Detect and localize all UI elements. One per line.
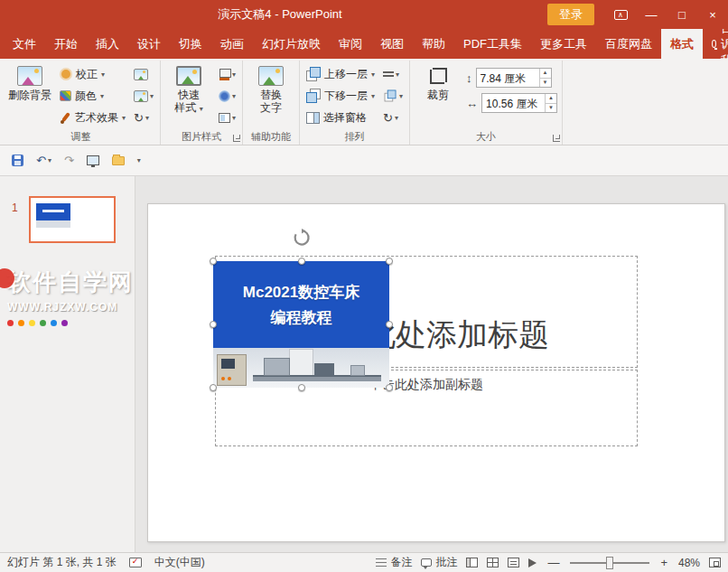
reset-picture-button[interactable]: ↻▾ bbox=[132, 108, 155, 127]
tab-design[interactable]: 设计 bbox=[128, 29, 170, 59]
shape-width-icon: ↔ bbox=[466, 98, 478, 109]
tab-review[interactable]: 审阅 bbox=[330, 29, 371, 59]
bring-forward-button[interactable]: 上移一层 ▾ bbox=[304, 64, 377, 84]
tab-home[interactable]: 开始 bbox=[45, 29, 87, 59]
maximize-button[interactable]: □ bbox=[667, 0, 697, 29]
send-backward-button[interactable]: 下移一层 ▾ bbox=[304, 86, 377, 106]
width-spinrow: ↔ 10.56 厘米 ▲ ▼ bbox=[466, 93, 557, 113]
selection-handle-e[interactable] bbox=[386, 321, 393, 328]
crop-button[interactable]: 裁剪 bbox=[415, 62, 462, 101]
group-label-accessibility: 辅助功能 bbox=[251, 130, 291, 144]
reading-view-button[interactable] bbox=[508, 558, 519, 567]
slideshow-view-button[interactable] bbox=[528, 558, 537, 567]
fit-to-window-button[interactable] bbox=[709, 558, 721, 567]
selection-handle-nw[interactable] bbox=[210, 258, 217, 265]
artistic-effects-button[interactable]: 艺术效果 ▾ bbox=[58, 108, 127, 127]
slideshow-play-icon bbox=[528, 558, 537, 567]
dialog-launcher-icon[interactable] bbox=[553, 135, 560, 142]
tab-more-tools[interactable]: 更多工具 bbox=[531, 29, 596, 59]
bring-forward-label: 上移一层 bbox=[324, 67, 368, 82]
zoom-percent[interactable]: 48% bbox=[678, 557, 700, 569]
picture-border-button[interactable]: ▾ bbox=[217, 64, 238, 84]
picture-border-icon bbox=[219, 69, 230, 80]
zoom-in-button[interactable]: + bbox=[658, 556, 669, 569]
close-button[interactable]: × bbox=[697, 0, 728, 29]
change-picture-button[interactable]: ▾ bbox=[132, 86, 155, 106]
quick-styles-button[interactable]: 快速 样式 ▾ bbox=[165, 62, 212, 116]
tab-insert[interactable]: 插入 bbox=[87, 29, 128, 59]
spellcheck-button[interactable] bbox=[129, 558, 142, 567]
slide-thumbnail[interactable] bbox=[29, 196, 116, 243]
redo-button[interactable]: ↷ bbox=[60, 152, 79, 169]
shape-height-value[interactable]: 7.84 厘米 bbox=[477, 69, 539, 87]
selection-handle-n[interactable] bbox=[298, 258, 305, 265]
width-spin-up-button[interactable]: ▲ bbox=[546, 94, 556, 104]
slide[interactable]: 单击此处添加标题 单击此处添加副标题 Mc2021数控车床 编程教程 bbox=[147, 203, 725, 542]
corrections-icon bbox=[61, 70, 70, 79]
start-slideshow-button[interactable] bbox=[82, 153, 104, 168]
slide-sorter-view-button[interactable] bbox=[487, 558, 499, 567]
tab-baidu-netdisk[interactable]: 百度网盘 bbox=[596, 29, 661, 59]
ribbon-display-options-button[interactable]: ∧ bbox=[605, 0, 636, 29]
rotation-arrow-icon bbox=[293, 229, 311, 247]
zoom-out-button[interactable]: — bbox=[546, 556, 561, 569]
rotation-handle[interactable] bbox=[293, 229, 311, 247]
notes-toggle-button[interactable]: 备注 bbox=[376, 555, 412, 570]
shape-height-field[interactable]: 7.84 厘米 ▲ ▼ bbox=[476, 68, 552, 88]
shape-width-value[interactable]: 10.56 厘米 bbox=[482, 94, 545, 112]
tab-picture-format[interactable]: 格式 bbox=[661, 29, 703, 59]
dialog-launcher-icon[interactable] bbox=[233, 135, 240, 142]
height-spin-down-button[interactable]: ▼ bbox=[540, 79, 551, 88]
selection-pane-icon bbox=[306, 112, 320, 124]
fit-to-window-icon bbox=[709, 558, 721, 567]
color-button[interactable]: 颜色 ▾ bbox=[58, 86, 127, 106]
tab-transitions[interactable]: 切换 bbox=[170, 29, 211, 59]
quick-access-toolbar: ↶▾ ↷ ▾ bbox=[0, 145, 728, 176]
language-button[interactable]: 中文(中国) bbox=[154, 555, 205, 570]
align-button[interactable]: ▾ bbox=[381, 64, 405, 84]
normal-view-button[interactable] bbox=[466, 558, 478, 567]
group-objects-button[interactable]: ▾ bbox=[381, 86, 405, 106]
rotate-button[interactable]: ↻▾ bbox=[381, 108, 405, 127]
chevron-down-icon: ▾ bbox=[232, 114, 236, 122]
save-button[interactable] bbox=[7, 152, 28, 169]
selection-pane-button[interactable]: 选择窗格 bbox=[304, 108, 377, 127]
selection-handle-s[interactable] bbox=[298, 384, 305, 391]
tab-pdf-tools[interactable]: PDF工具集 bbox=[454, 29, 531, 59]
delete-background-label: 删除背景 bbox=[8, 89, 51, 101]
zoom-slider[interactable] bbox=[570, 562, 649, 564]
tab-view[interactable]: 视图 bbox=[371, 29, 413, 59]
undo-button[interactable]: ↶▾ bbox=[32, 152, 56, 169]
corrections-button[interactable]: 校正 ▾ bbox=[58, 64, 127, 84]
minimize-button[interactable]: — bbox=[636, 0, 667, 29]
group-objects-icon bbox=[385, 90, 397, 102]
chevron-down-icon: ▾ bbox=[137, 156, 141, 164]
customize-qat-button[interactable]: ▾ bbox=[133, 154, 145, 167]
chevron-down-icon: ▾ bbox=[48, 156, 51, 164]
tab-help[interactable]: 帮助 bbox=[413, 29, 454, 59]
slide-picture[interactable]: Mc2021数控车床 编程教程 bbox=[213, 261, 389, 388]
height-spin-up-button[interactable]: ▲ bbox=[540, 69, 551, 79]
comments-toggle-button[interactable]: 批注 bbox=[421, 555, 457, 570]
workspace: 1 软件自学网 WWW.RJZXW.COM bbox=[0, 176, 728, 552]
selection-handle-w[interactable] bbox=[210, 321, 217, 328]
tab-slideshow[interactable]: 幻灯片放映 bbox=[253, 29, 330, 59]
width-spin-down-button[interactable]: ▼ bbox=[546, 104, 556, 113]
shape-width-field[interactable]: 10.56 厘米 ▲ ▼ bbox=[481, 93, 557, 113]
delete-background-button[interactable]: 删除背景 bbox=[6, 62, 53, 101]
watermark-url: WWW.RJZXW.COM bbox=[7, 301, 134, 314]
alt-text-button[interactable]: 替换 文字 bbox=[247, 62, 294, 114]
tab-file[interactable]: 文件 bbox=[4, 29, 45, 59]
cnc-cabinet-shape bbox=[217, 354, 247, 386]
selection-handle-se[interactable] bbox=[386, 384, 393, 391]
tellme-button[interactable]: 告诉我 bbox=[703, 29, 728, 59]
zoom-slider-thumb[interactable] bbox=[606, 557, 613, 569]
picture-effects-button[interactable]: ▾ bbox=[217, 86, 238, 106]
open-folder-button[interactable] bbox=[107, 154, 129, 168]
picture-layout-button[interactable]: ▾ bbox=[217, 108, 238, 127]
selection-handle-sw[interactable] bbox=[210, 384, 217, 391]
compress-picture-button[interactable] bbox=[132, 64, 155, 84]
tab-animations[interactable]: 动画 bbox=[211, 29, 253, 59]
titlebar: 演示文稿4 - PowerPoint 登录 ∧ — □ × bbox=[0, 0, 728, 29]
selection-handle-ne[interactable] bbox=[386, 258, 393, 265]
